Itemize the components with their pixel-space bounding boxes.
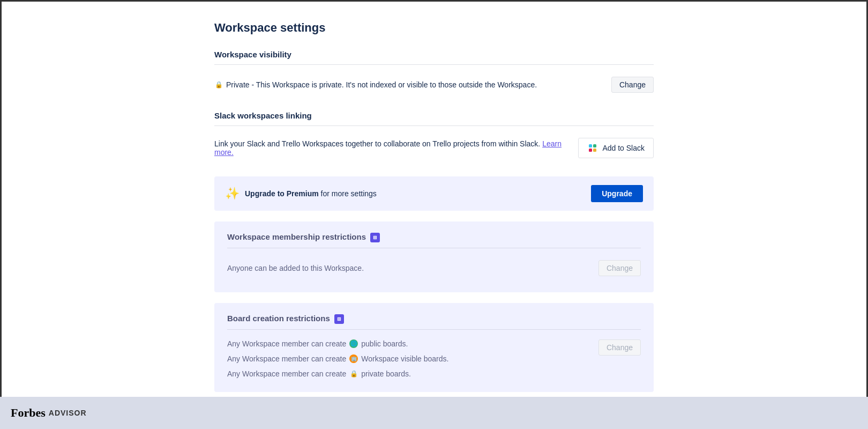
add-to-slack-button[interactable]: Add to Slack [578,138,654,158]
upgrade-text-normal: for more settings [321,189,377,198]
visibility-change-button[interactable]: Change [611,77,654,93]
upgrade-banner: ✨ Upgrade to Premium for more settings U… [214,176,654,211]
slack-section-title: Slack workspaces linking [214,111,654,126]
membership-description: Anyone can be added to this Workspace. [227,264,598,272]
visibility-text: 🔒 Private - This Workspace is private. I… [214,80,611,89]
lock-icon: 🔒 [214,80,223,89]
slack-icon [587,143,598,153]
board-creation-rows: Any Workspace member can create 🌐 public… [227,336,448,381]
upgrade-button[interactable]: Upgrade [591,185,643,202]
slack-row: Link your Slack and Trello Workspaces to… [214,132,654,164]
membership-premium-badge: ⊞ [370,233,380,242]
svg-rect-3 [593,149,596,152]
forbes-bar: Forbes ADVISOR [0,397,868,429]
content-wrapper: Workspace settings Workspace visibility … [2,2,866,398]
visibility-section-title: Workspace visibility [214,50,654,65]
globe-icon: 🌐 [349,339,358,348]
board-creation-row-org: Any Workspace member can create 🏢 Worksp… [227,351,448,366]
visibility-section: Workspace visibility 🔒 Private - This Wo… [214,50,654,98]
svg-rect-2 [589,149,592,152]
slack-section: Slack workspaces linking Link your Slack… [214,111,654,164]
upgrade-banner-left: ✨ Upgrade to Premium for more settings [225,187,377,201]
visibility-row: 🔒 Private - This Workspace is private. I… [214,71,654,98]
add-to-slack-label: Add to Slack [602,144,645,152]
inner-content: Workspace settings Workspace visibility … [193,2,675,398]
forbes-logo: Forbes [11,406,46,420]
membership-change-button: Change [598,260,641,276]
board-creation-change-button: Change [598,339,641,356]
slack-text: Link your Slack and Trello Workspaces to… [214,139,578,157]
slack-description: Link your Slack and Trello Workspaces to… [214,139,578,157]
board-creation-section: Board creation restrictions ⊞ Any Worksp… [214,303,654,392]
forbes-advisor-label: ADVISOR [49,409,87,417]
upgrade-text-bold: Upgrade to Premium [245,189,319,198]
svg-rect-0 [589,144,592,147]
board-creation-section-title: Board creation restrictions ⊞ [227,314,641,330]
membership-section: Workspace membership restrictions ⊞ Anyo… [214,221,654,292]
org-icon: 🏢 [349,354,358,363]
upgrade-text: Upgrade to Premium for more settings [245,189,377,198]
board-creation-content: Any Workspace member can create 🌐 public… [227,336,641,381]
premium-star-icon: ✨ [225,187,240,201]
page-title: Workspace settings [214,21,654,35]
membership-section-title: Workspace membership restrictions ⊞ [227,232,641,248]
board-creation-premium-badge: ⊞ [334,314,344,324]
lock-red-icon: 🔒 [349,369,358,378]
membership-row: Anyone can be added to this Workspace. C… [227,255,641,282]
board-creation-row-private: Any Workspace member can create 🔒 privat… [227,366,448,381]
board-creation-row-public: Any Workspace member can create 🌐 public… [227,336,448,351]
visibility-description: Private - This Workspace is private. It'… [226,80,537,89]
svg-rect-1 [593,144,596,147]
